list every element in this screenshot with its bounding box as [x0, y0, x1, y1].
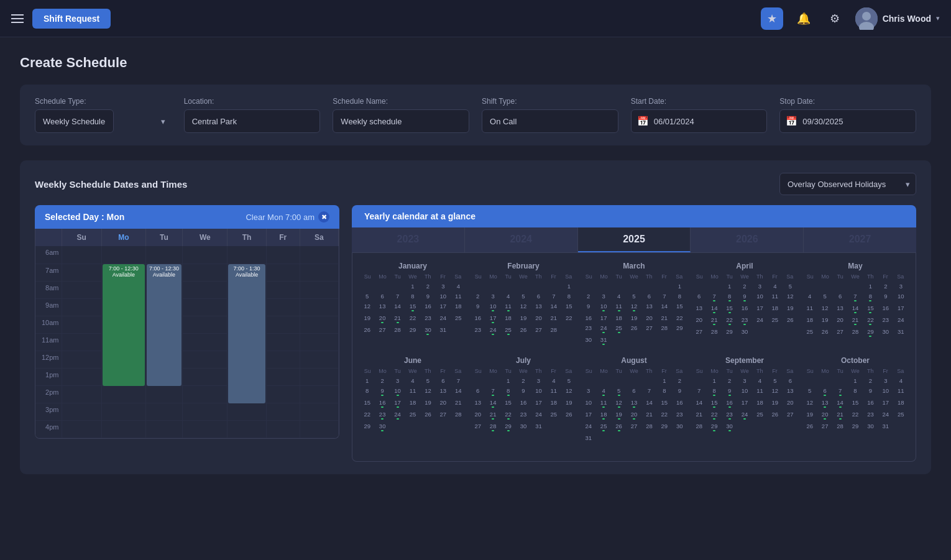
- calendar-day[interactable]: 2: [863, 376, 878, 385]
- calendar-day[interactable]: 24: [531, 410, 546, 421]
- calendar-day[interactable]: 10: [436, 291, 450, 301]
- calendar-day[interactable]: 7: [657, 291, 671, 301]
- calendar-day[interactable]: 21: [451, 398, 466, 409]
- calendar-day[interactable]: 12: [360, 301, 374, 313]
- calendar-day[interactable]: 27: [436, 410, 450, 421]
- grid-cell-8am-day3[interactable]: [183, 281, 227, 298]
- calendar-day[interactable]: 2: [516, 376, 530, 385]
- calendar-day[interactable]: 8: [673, 291, 687, 301]
- calendar-day[interactable]: 3: [894, 282, 908, 291]
- grid-cell-9am-day6[interactable]: [300, 298, 338, 316]
- calendar-day[interactable]: 13: [817, 398, 832, 409]
- clear-button[interactable]: Clear Mon 7:00 am ✖: [246, 211, 329, 223]
- calendar-day[interactable]: 12: [627, 301, 641, 313]
- calendar-day[interactable]: 13: [471, 398, 485, 409]
- calendar-day[interactable]: 4: [501, 291, 515, 301]
- calendar-day[interactable]: 27: [783, 410, 797, 421]
- calendar-day[interactable]: 18: [546, 398, 561, 409]
- calendar-day[interactable]: 21: [707, 315, 721, 326]
- calendar-day[interactable]: 14: [657, 301, 671, 313]
- calendar-day[interactable]: 16: [471, 313, 485, 324]
- calendar-day[interactable]: 4: [451, 282, 466, 291]
- calendar-day[interactable]: 8: [360, 386, 374, 397]
- calendar-day[interactable]: 3: [485, 291, 500, 301]
- calendar-day[interactable]: 6: [817, 386, 832, 397]
- calendar-day[interactable]: 30: [375, 421, 389, 433]
- calendar-day[interactable]: 14: [390, 301, 405, 313]
- calendar-day[interactable]: 30: [516, 421, 530, 433]
- calendar-day[interactable]: 31: [436, 325, 450, 336]
- calendar-day[interactable]: 8: [863, 291, 878, 303]
- calendar-day[interactable]: 5: [612, 386, 626, 397]
- calendar-day[interactable]: 26: [783, 315, 797, 326]
- grid-cell-3pm-day6[interactable]: [300, 403, 338, 420]
- calendar-day[interactable]: 2: [421, 282, 435, 291]
- calendar-day[interactable]: 27: [531, 325, 546, 336]
- schedule-type-select[interactable]: Weekly Schedule: [35, 109, 114, 133]
- calendar-day[interactable]: 22: [707, 410, 721, 421]
- calendar-day[interactable]: 24: [436, 313, 450, 324]
- calendar-day[interactable]: 27: [471, 421, 485, 433]
- calendar-day[interactable]: 24: [390, 410, 405, 421]
- calendar-day[interactable]: 30: [421, 325, 435, 336]
- year-tab-2026[interactable]: 2026: [691, 227, 804, 252]
- calendar-day[interactable]: 4: [802, 291, 817, 303]
- calendar-day[interactable]: 20: [642, 313, 656, 323]
- calendar-day[interactable]: 15: [405, 301, 420, 313]
- calendar-day[interactable]: 23: [471, 325, 485, 336]
- calendar-day[interactable]: 11: [894, 386, 908, 397]
- calendar-day[interactable]: 8: [848, 386, 862, 397]
- calendar-day[interactable]: 9: [375, 386, 389, 397]
- calendar-day[interactable]: 24: [753, 315, 767, 326]
- calendar-day[interactable]: 12: [516, 301, 530, 313]
- calendar-day[interactable]: 1: [360, 376, 374, 385]
- calendar-day[interactable]: 6: [471, 386, 485, 397]
- calendar-day[interactable]: 9: [421, 291, 435, 301]
- calendar-day[interactable]: 28: [833, 421, 847, 431]
- calendar-day[interactable]: 20: [627, 410, 641, 421]
- calendar-day[interactable]: 8: [501, 386, 515, 397]
- grid-cell-1pm-day3[interactable]: [183, 368, 227, 385]
- calendar-day[interactable]: 17: [531, 398, 546, 409]
- grid-cell-12pm-day6[interactable]: [300, 351, 338, 368]
- calendar-day[interactable]: 10: [596, 301, 610, 313]
- calendar-day[interactable]: 7: [451, 376, 466, 385]
- calendar-day[interactable]: 6: [627, 386, 641, 397]
- calendar-day[interactable]: 28: [485, 421, 500, 433]
- calendar-day[interactable]: 14: [833, 398, 847, 409]
- grid-cell-4pm-day3[interactable]: [183, 420, 227, 438]
- calendar-day[interactable]: 14: [451, 386, 466, 397]
- calendar-day[interactable]: 19: [783, 303, 797, 314]
- grid-cell-1pm-day0[interactable]: [62, 368, 101, 385]
- calendar-day[interactable]: 15: [707, 398, 721, 409]
- settings-icon[interactable]: ⚙: [824, 8, 845, 29]
- calendar-day[interactable]: 17: [436, 301, 450, 313]
- calendar-day[interactable]: 25: [802, 327, 817, 338]
- calendar-day[interactable]: 15: [863, 303, 878, 314]
- calendar-day[interactable]: 16: [581, 313, 595, 323]
- calendar-day[interactable]: 2: [878, 282, 893, 291]
- calendar-day[interactable]: 27: [642, 323, 656, 334]
- calendar-day[interactable]: 1: [657, 376, 671, 385]
- year-tab-2024[interactable]: 2024: [465, 227, 578, 252]
- grid-cell-11am-day0[interactable]: [62, 333, 101, 351]
- calendar-day[interactable]: 13: [531, 301, 546, 313]
- calendar-day[interactable]: 23: [375, 410, 389, 421]
- calendar-day[interactable]: 29: [657, 421, 671, 433]
- calendar-day[interactable]: 27: [627, 421, 641, 433]
- calendar-day[interactable]: 17: [737, 398, 751, 409]
- grid-cell-4pm-day6[interactable]: [300, 420, 338, 438]
- calendar-day[interactable]: 4: [596, 386, 610, 397]
- calendar-day[interactable]: 22: [501, 410, 515, 421]
- calendar-day[interactable]: 29: [722, 327, 737, 336]
- calendar-day[interactable]: 3: [596, 291, 610, 301]
- calendar-day[interactable]: 9: [722, 386, 737, 397]
- calendar-day[interactable]: 8: [657, 386, 671, 397]
- calendar-day[interactable]: 1: [722, 282, 737, 291]
- grid-cell-4pm-day1[interactable]: [101, 420, 145, 438]
- calendar-day[interactable]: 25: [612, 323, 626, 334]
- calendar-day[interactable]: 13: [833, 303, 847, 314]
- calendar-day[interactable]: 4: [894, 376, 908, 385]
- grid-cell-9am-day0[interactable]: [62, 298, 101, 316]
- grid-cell-7am-day6[interactable]: [300, 264, 338, 281]
